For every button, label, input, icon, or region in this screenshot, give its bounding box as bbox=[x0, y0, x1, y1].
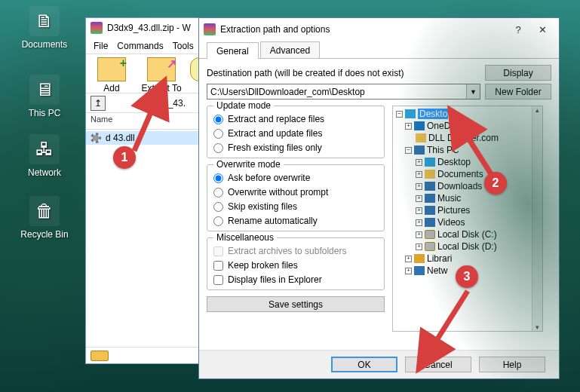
marker-3: 3 bbox=[456, 265, 478, 288]
dest-path-label: Destination path (will be created if doe… bbox=[207, 68, 480, 78]
extract-to-icon bbox=[147, 57, 176, 81]
winrar-icon bbox=[91, 22, 103, 34]
radio-input[interactable] bbox=[213, 188, 223, 198]
group-miscellaneous: Miscellaneous Extract archives to subfol… bbox=[207, 237, 385, 290]
tool-add[interactable]: Add bbox=[91, 57, 133, 90]
expand-icon[interactable]: + bbox=[416, 171, 422, 178]
tree-this-pictures[interactable]: +Pictures bbox=[396, 204, 530, 216]
tool-extract-to[interactable]: Extract To bbox=[140, 57, 183, 90]
desktop-icon-network[interactable]: 🖧 Network bbox=[11, 134, 78, 178]
dest-path-input[interactable] bbox=[207, 84, 466, 99]
new-folder-button[interactable]: New Folder bbox=[485, 84, 551, 100]
radio-rename-auto[interactable]: Rename automatically bbox=[213, 216, 378, 226]
expand-icon[interactable]: + bbox=[405, 123, 412, 130]
tree-this-music[interactable]: +Music bbox=[396, 192, 530, 204]
menu-tools[interactable]: Tools bbox=[170, 39, 197, 53]
help-button[interactable]: Help bbox=[479, 357, 545, 372]
tree-scrollbar[interactable] bbox=[532, 106, 542, 331]
tree-label: Pictures bbox=[437, 205, 470, 216]
checkbox-label: Keep broken files bbox=[228, 260, 298, 271]
check-keep-broken[interactable]: Keep broken files bbox=[213, 260, 378, 271]
tool-label: Add bbox=[91, 83, 133, 93]
winrar-icon bbox=[204, 23, 216, 35]
desktop-icon-thispc[interactable]: 🖥 This PC bbox=[11, 75, 78, 118]
radio-input[interactable] bbox=[213, 173, 223, 183]
save-settings-button[interactable]: Save settings bbox=[207, 296, 385, 312]
expand-icon[interactable]: + bbox=[416, 207, 422, 214]
radio-overwrite-no-prompt[interactable]: Overwrite without prompt bbox=[213, 187, 378, 198]
group-title: Miscellaneous bbox=[213, 232, 277, 243]
checkbox-input[interactable] bbox=[213, 275, 223, 285]
downloads-icon bbox=[425, 182, 435, 191]
recycle-icon: 🗑 bbox=[29, 196, 60, 226]
network-icon bbox=[414, 266, 425, 275]
close-button[interactable]: ✕ bbox=[530, 20, 554, 38]
desktop-icon-documents[interactable]: 🗎 Documents bbox=[11, 6, 78, 50]
dest-path-combo[interactable]: ▼ bbox=[207, 84, 480, 100]
marker-1: 1 bbox=[113, 146, 136, 169]
documents-icon: 🗎 bbox=[29, 6, 60, 36]
radio-input[interactable] bbox=[213, 143, 223, 153]
tree-label: Librari bbox=[427, 253, 452, 264]
radio-input[interactable] bbox=[213, 216, 223, 226]
chevron-down-icon[interactable]: ▼ bbox=[466, 84, 480, 99]
radio-fresh-existing[interactable]: Fresh existing files only bbox=[213, 142, 378, 153]
drive-icon bbox=[91, 351, 109, 361]
desktop-icon-label: Recycle Bin bbox=[11, 229, 78, 240]
expand-icon[interactable]: + bbox=[416, 231, 422, 238]
radio-input[interactable] bbox=[213, 129, 223, 139]
radio-input[interactable] bbox=[213, 115, 223, 124]
tree-label: OneD bbox=[427, 121, 450, 131]
drive-icon bbox=[425, 242, 435, 251]
radio-label: Overwrite without prompt bbox=[228, 187, 328, 198]
expand-icon[interactable]: + bbox=[405, 256, 412, 262]
tree-label: Netw bbox=[427, 265, 447, 276]
drive-icon bbox=[425, 230, 435, 239]
tree-this-videos[interactable]: +Videos bbox=[396, 216, 530, 228]
desktop-icon-label: Network bbox=[11, 167, 78, 178]
tree-this-d[interactable]: +Local Disk (D:) bbox=[396, 240, 530, 253]
pictures-icon bbox=[425, 206, 435, 215]
expand-icon[interactable]: + bbox=[416, 243, 422, 250]
expand-icon[interactable]: + bbox=[416, 159, 422, 166]
expand-icon[interactable]: + bbox=[405, 268, 412, 274]
checkbox-input[interactable] bbox=[213, 261, 223, 271]
tree-this-c[interactable]: +Local Disk (C:) bbox=[396, 228, 530, 240]
tab-general[interactable]: General bbox=[207, 42, 259, 59]
annotation-arrow-1 bbox=[128, 90, 166, 161]
radio-label: Extract and update files bbox=[228, 128, 322, 139]
menu-file[interactable]: File bbox=[91, 39, 111, 53]
radio-ask-overwrite[interactable]: Ask before overwrite bbox=[213, 173, 378, 183]
expand-icon[interactable]: + bbox=[416, 183, 422, 190]
videos-icon bbox=[425, 218, 435, 227]
tree-label: Desktop bbox=[418, 109, 454, 119]
radio-extract-and-update[interactable]: Extract and update files bbox=[213, 128, 378, 139]
music-icon bbox=[425, 194, 435, 203]
titlebar-help-button[interactable]: ? bbox=[506, 20, 530, 38]
collapse-icon[interactable]: − bbox=[396, 111, 403, 118]
expand-icon[interactable]: + bbox=[416, 219, 422, 226]
desktop-icon-recycle[interactable]: 🗑 Recycle Bin bbox=[11, 196, 78, 240]
tree-libraries[interactable]: +Librari bbox=[396, 253, 530, 265]
up-button[interactable]: ↥ bbox=[91, 96, 106, 111]
menu-commands[interactable]: Commands bbox=[114, 39, 166, 53]
radio-skip-existing[interactable]: Skip existing files bbox=[213, 201, 378, 212]
dialog-title: Extraction path and options bbox=[220, 24, 506, 35]
radio-extract-and-replace[interactable]: Extract and replace files bbox=[213, 114, 378, 124]
group-title: Overwrite mode bbox=[213, 159, 284, 170]
desktop-icon bbox=[405, 109, 416, 118]
tab-advanced[interactable]: Advanced bbox=[260, 41, 320, 58]
annotation-arrow-3 bbox=[421, 286, 481, 364]
dialog-titlebar[interactable]: Extraction path and options ? ✕ bbox=[199, 18, 559, 41]
group-title: Update mode bbox=[213, 100, 274, 111]
ok-button[interactable]: OK bbox=[331, 357, 397, 372]
radio-input[interactable] bbox=[213, 202, 223, 212]
checkbox-label: Display files in Explorer bbox=[228, 274, 322, 285]
svg-line-2 bbox=[427, 291, 468, 356]
display-button[interactable]: Display bbox=[485, 65, 551, 81]
check-display-explorer[interactable]: Display files in Explorer bbox=[213, 274, 378, 285]
collapse-icon[interactable]: − bbox=[405, 147, 412, 154]
up-icon: ↥ bbox=[94, 98, 102, 109]
svg-line-1 bbox=[459, 123, 494, 179]
expand-icon[interactable]: + bbox=[416, 195, 422, 202]
